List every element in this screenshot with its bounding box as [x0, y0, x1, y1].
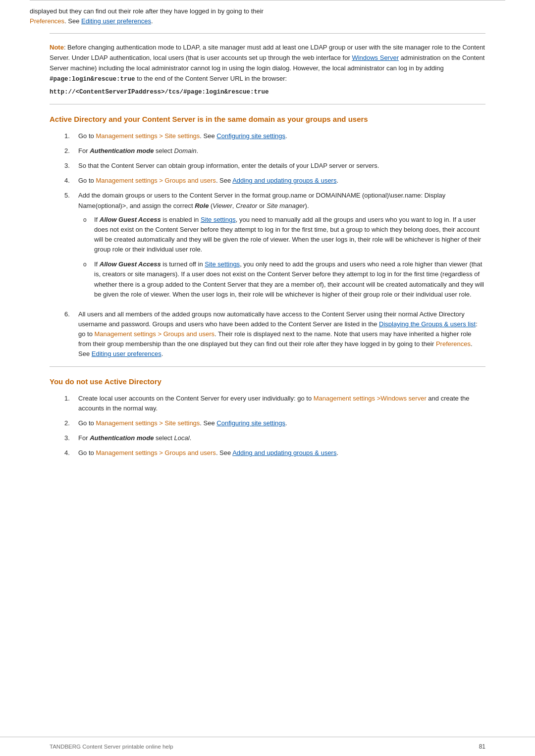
section2-item-1: Create local user accounts on the Conten… [64, 394, 485, 413]
s2i2-orange-link[interactable]: Management settings > Site settings [96, 419, 200, 427]
section1-item-4: Go to Management settings > Groups and u… [64, 176, 485, 186]
s1i5-role: Role [195, 202, 209, 209]
section2-item-3-content: For Authentication mode select Local. [78, 433, 485, 443]
s1sa-italic-bold: Allow Guest Access [100, 216, 161, 223]
note-label: Note [50, 44, 64, 51]
s1i4-text-end: . [336, 177, 338, 184]
s1i3-text: So that the Content Server can obtain gr… [78, 162, 379, 169]
s1i6-blue-link2[interactable]: Editing user preferences [92, 350, 161, 357]
section1-item-6: All users and all members of the added g… [64, 309, 485, 359]
s1i5-text5: ). [305, 202, 309, 209]
s2i4-orange-link[interactable]: Management settings > Groups and users [96, 449, 215, 456]
s2i4-text-before: Go to [78, 449, 96, 456]
s1sa-blue-link[interactable]: Site settings [201, 216, 236, 223]
s1i6-blue-link1[interactable]: Displaying the Groups & users list [379, 320, 476, 328]
section1-item-4-content: Go to Management settings > Groups and u… [78, 176, 485, 186]
s1i4-text-before: Go to [78, 177, 96, 184]
section2-item-4-content: Go to Management settings > Groups and u… [78, 448, 485, 458]
footer-page-number: 81 [479, 743, 485, 750]
note-text3: to the end of the Content Server URL in … [135, 75, 287, 82]
s1sb-text1: If [94, 260, 100, 268]
s1sa-text1: If [94, 216, 100, 223]
section1-item-3: So that the Content Server can obtain gr… [64, 161, 485, 171]
section1-sublist: If Allow Guest Access is enabled in Site… [83, 215, 485, 300]
section1-item-1-content: Go to Management settings > Site setting… [78, 131, 485, 141]
s1i6-preferences-link[interactable]: Preferences [436, 340, 471, 348]
s1i2-text-end: . [196, 147, 198, 154]
section2-item-2: Go to Management settings > Site setting… [64, 418, 485, 428]
footer: TANDBERG Content Server printable online… [0, 737, 535, 756]
windows-server-link[interactable]: Windows Server [352, 54, 399, 61]
page-container: displayed but they can find out their ro… [0, 0, 535, 756]
s1i2-italic-bold: Authentication mode [90, 147, 154, 154]
section1-list: Go to Management settings > Site setting… [64, 131, 485, 359]
s2i3-text-end: . [190, 434, 192, 442]
section1-item-6-content: All users and all members of the added g… [78, 309, 485, 359]
section1-heading: Active Directory and your Content Server… [50, 114, 485, 124]
section1-item-2: For Authentication mode select Domain. [64, 146, 485, 156]
section2-heading: You do not use Active Directory [50, 377, 485, 387]
s1i1-text-after: . See [200, 132, 216, 140]
s2i4-text-after: . See [216, 449, 232, 456]
section1-item-3-content: So that the Content Server can obtain gr… [78, 161, 485, 171]
s1i6-orange-link[interactable]: Management settings > Groups and users [95, 330, 214, 338]
section2-list: Create local user accounts on the Conten… [64, 394, 485, 458]
section2-item-4: Go to Management settings > Groups and u… [64, 448, 485, 458]
s1sb-text2: is turned off in [161, 260, 205, 268]
editing-user-prefs-link-intro[interactable]: Editing user preferences [81, 17, 151, 25]
section1-subitem-b: If Allow Guest Access is turned off in S… [83, 259, 485, 300]
s2i3-text-after: select [154, 434, 174, 442]
section1-item-1: Go to Management settings > Site setting… [64, 131, 485, 141]
section1-item-5-content: Add the domain groups or users to the Co… [78, 191, 485, 304]
s2i2-text-before: Go to [78, 419, 96, 427]
s2i4-text-end: . [336, 449, 338, 456]
s1i2-text-after: select [154, 147, 174, 154]
intro-text1: displayed but they can find out their ro… [30, 7, 264, 15]
s2i1-text-before: Create local user accounts on the Conten… [78, 395, 314, 402]
s2i2-text-end: . [285, 419, 287, 427]
section1-subitem-b-content: If Allow Guest Access is turned off in S… [94, 259, 485, 300]
section1-item-2-content: For Authentication mode select Domain. [78, 146, 485, 156]
s2i3-italic: Local [174, 434, 190, 442]
intro-text2: . See [64, 17, 81, 25]
content-area: Note: Before changing authentication mod… [0, 34, 535, 727]
section1-item-5: Add the domain groups or users to the Co… [64, 191, 485, 304]
intro-block: displayed but they can find out their ro… [0, 0, 535, 33]
s1i4-blue-link[interactable]: Adding and updating groups & users [232, 177, 336, 184]
s2i3-text-before: For [78, 434, 90, 442]
s1i5-viewer: Viewer [213, 202, 232, 209]
s1i2-italic: Domain [174, 147, 197, 154]
footer-text: TANDBERG Content Server printable online… [50, 744, 173, 750]
s1i6-text5: . [161, 350, 163, 357]
s2i2-text-after: . See [200, 419, 216, 427]
section2-item-3: For Authentication mode select Local. [64, 433, 485, 443]
s1sb-italic-bold: Allow Guest Access [100, 260, 161, 268]
section2-item-2-content: Go to Management settings > Site setting… [78, 418, 485, 428]
section1-subitem-a-content: If Allow Guest Access is enabled in Site… [94, 215, 485, 255]
s1sa-text2: is enabled in [161, 216, 201, 223]
s1i5-text4: or [257, 202, 267, 209]
s1i5-manager: Site manager [267, 202, 305, 209]
s2i4-blue-link[interactable]: Adding and updating groups & users [232, 449, 336, 456]
s2i2-blue-link[interactable]: Configuring site settings [216, 419, 285, 427]
s1i1-text-end: . [285, 132, 287, 140]
s1i4-text-after: . See [216, 177, 232, 184]
preferences-link-intro[interactable]: Preferences [30, 17, 64, 25]
section1-subitem-a: If Allow Guest Access is enabled in Site… [83, 215, 485, 255]
note-block: Note: Before changing authentication mod… [50, 43, 485, 97]
rule-after-note [50, 104, 485, 104]
intro-text3: . [151, 17, 153, 25]
s1i1-text-before: Go to [78, 132, 96, 140]
section2-item-1-content: Create local user accounts on the Conten… [78, 394, 485, 413]
s1i2-text-before: For [78, 147, 90, 154]
s1i1-orange-link[interactable]: Management settings > Site settings [96, 132, 200, 140]
s1sb-blue-link[interactable]: Site settings [205, 260, 240, 268]
s1i1-blue-link[interactable]: Configuring site settings [216, 132, 285, 140]
s1i4-orange-link[interactable]: Management settings > Groups and users [96, 177, 215, 184]
rule-between-sections [50, 366, 485, 367]
s2i1-orange-link[interactable]: Management settings >Windows server [314, 395, 427, 402]
s2i3-italic-bold: Authentication mode [90, 434, 154, 442]
s1i5-text3: , [232, 202, 236, 209]
note-code1: #page:login&rescue:true [50, 76, 135, 83]
note-code-block: http://<ContentServerIPaddress>/tcs/#pag… [50, 87, 485, 97]
